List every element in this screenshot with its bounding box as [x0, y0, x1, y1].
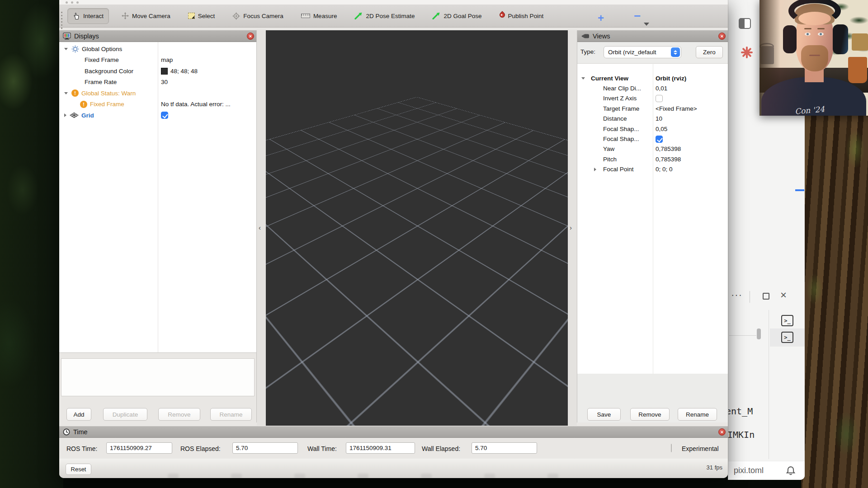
- add-display-button[interactable]: Add: [66, 408, 91, 421]
- tool-publish-point[interactable]: Publish Point: [495, 9, 549, 23]
- row-value[interactable]: <Fixed Frame>: [656, 105, 697, 112]
- add-tool-button[interactable]: +: [598, 12, 604, 24]
- terminal-icon[interactable]: >_: [781, 332, 793, 343]
- rename-view-button[interactable]: Rename: [678, 408, 717, 421]
- tree-row-pitch[interactable]: Pitch 0,785398: [577, 154, 728, 164]
- tool-measure[interactable]: Measure: [296, 9, 342, 23]
- ros-elapsed-input[interactable]: [232, 442, 298, 454]
- view-type-dropdown[interactable]: Orbit (rviz_default: [604, 46, 681, 58]
- divider: [769, 310, 769, 459]
- editor-text-line: IMKIn: [728, 429, 755, 440]
- tree-row-focal-shape-size[interactable]: Focal Shap... 0,05: [577, 124, 728, 134]
- tool-2d-pose-estimate[interactable]: 2D Pose Estimate: [349, 9, 420, 23]
- remove-view-button[interactable]: Remove: [630, 408, 670, 421]
- scrollbar-thumb[interactable]: [757, 328, 761, 339]
- reset-button[interactable]: Reset: [66, 464, 91, 475]
- close-icon[interactable]: ×: [718, 428, 726, 436]
- close-icon[interactable]: ×: [247, 33, 254, 40]
- collapse-left-chevron-icon[interactable]: ‹: [259, 224, 261, 231]
- grid-enabled-checkbox[interactable]: [161, 112, 168, 119]
- ros-time-input[interactable]: [106, 442, 172, 454]
- panel-splitter-right[interactable]: ›: [568, 30, 577, 426]
- chevron-right-icon[interactable]: [594, 168, 596, 171]
- displays-panel-header[interactable]: Displays ×: [59, 30, 256, 42]
- close-panel-icon[interactable]: ×: [780, 289, 787, 301]
- window-titlebar: [59, 0, 728, 5]
- tool-2d-goal-pose[interactable]: 2D Goal Pose: [427, 9, 486, 23]
- row-value[interactable]: 30: [161, 79, 168, 85]
- chevron-right-icon[interactable]: [64, 113, 66, 117]
- chevron-down-icon[interactable]: [64, 92, 68, 94]
- dropdown-stepper-icon[interactable]: [671, 47, 680, 57]
- row-value[interactable]: map: [161, 56, 173, 63]
- focus-crosshair-icon: [232, 12, 240, 20]
- remove-tool-button[interactable]: −: [634, 9, 641, 23]
- row-value[interactable]: 48; 48; 48: [161, 68, 198, 75]
- window-control-dot[interactable]: [71, 1, 73, 4]
- 3d-viewport[interactable]: [266, 30, 568, 426]
- tree-row-distance[interactable]: Distance 10: [577, 114, 728, 124]
- tree-row-global-status[interactable]: Global Status: Warn: [59, 88, 256, 99]
- row-value[interactable]: [656, 136, 663, 143]
- row-value[interactable]: 0,785398: [656, 145, 681, 152]
- tree-row-current-view[interactable]: Current View Orbit (rviz): [577, 73, 728, 83]
- tree-row-fixed-frame[interactable]: Fixed Frame map: [59, 55, 256, 66]
- ros-time-label: ROS Time:: [66, 445, 97, 452]
- tree-row-background-color[interactable]: Background Color 48; 48; 48: [59, 66, 256, 77]
- tree-row-frame-rate[interactable]: Frame Rate 30: [59, 77, 256, 88]
- tree-row-global-options[interactable]: Global Options: [59, 43, 256, 55]
- layout-panel-icon[interactable]: [739, 18, 751, 29]
- window-control-dot[interactable]: [66, 1, 68, 4]
- wall-time-input[interactable]: [346, 442, 415, 454]
- time-panel-header[interactable]: Time ×: [59, 427, 728, 438]
- remove-display-button[interactable]: Remove: [158, 408, 200, 421]
- ground-grid: [266, 97, 568, 426]
- divider: [59, 352, 256, 353]
- toolbar-overflow-chevron-icon[interactable]: [644, 23, 649, 26]
- row-value[interactable]: 0,05: [656, 126, 667, 132]
- zero-button[interactable]: Zero: [696, 46, 723, 58]
- window-control-dot[interactable]: [76, 1, 79, 4]
- bell-icon[interactable]: [785, 465, 796, 477]
- editor-bottom-bar: pixi.toml: [728, 461, 805, 480]
- chevron-down-icon[interactable]: [64, 48, 68, 50]
- row-value[interactable]: 0; 0; 0: [656, 166, 673, 173]
- tool-interact[interactable]: Interact: [67, 8, 109, 24]
- chevron-down-icon[interactable]: [581, 77, 585, 80]
- views-panel-header[interactable]: Views ×: [577, 30, 728, 42]
- tree-row-yaw[interactable]: Yaw 0,785398: [577, 144, 728, 154]
- close-icon[interactable]: ×: [718, 33, 726, 40]
- tool-move-camera[interactable]: Move Camera: [117, 9, 175, 23]
- save-view-button[interactable]: Save: [587, 408, 621, 421]
- rename-display-button[interactable]: Rename: [210, 408, 252, 421]
- terminal-icon[interactable]: >_: [781, 315, 793, 326]
- row-value[interactable]: [161, 112, 168, 119]
- maximize-panel-icon[interactable]: [763, 293, 769, 300]
- tool-select[interactable]: Select: [183, 9, 220, 23]
- wall-elapsed-input[interactable]: [472, 442, 537, 454]
- tree-row-target-frame[interactable]: Target Frame <Fixed Frame>: [577, 103, 728, 113]
- experimental-checkbox[interactable]: [671, 444, 672, 452]
- selected-view-type: Orbit (rviz_default: [608, 49, 656, 56]
- row-value[interactable]: 10: [656, 115, 662, 122]
- focal-shape-checkbox[interactable]: [656, 136, 663, 143]
- tree-row-focal-point[interactable]: Focal Point 0; 0; 0: [577, 164, 728, 174]
- row-value[interactable]: [656, 95, 663, 102]
- row-value[interactable]: 0,785398: [656, 156, 681, 163]
- tree-row-invert-z[interactable]: Invert Z Axis: [577, 94, 728, 103]
- row-value[interactable]: 0,01: [656, 85, 667, 92]
- toolbar-drag-handle[interactable]: [61, 12, 62, 30]
- panel-splitter-left[interactable]: ‹: [257, 30, 266, 426]
- wallpaper-left-foliage: [0, 0, 63, 488]
- more-actions-icon[interactable]: ···: [731, 289, 742, 301]
- tool-focus-camera[interactable]: Focus Camera: [227, 9, 288, 23]
- tree-row-fixed-frame-warning[interactable]: Fixed Frame No tf data. Actual error: ..…: [59, 99, 256, 110]
- collapse-right-chevron-icon[interactable]: ›: [570, 224, 572, 231]
- tree-row-grid[interactable]: Grid: [59, 110, 256, 121]
- duplicate-display-button[interactable]: Duplicate: [103, 408, 147, 421]
- tree-row-near-clip[interactable]: Near Clip Di... 0,01: [577, 83, 728, 93]
- filename-label[interactable]: pixi.toml: [734, 466, 764, 475]
- invert-z-checkbox[interactable]: [656, 95, 663, 102]
- tree-row-focal-shape-fixed[interactable]: Focal Shap...: [577, 134, 728, 144]
- rviz-window: Interact Move Camera Select Focus Camera…: [59, 0, 728, 478]
